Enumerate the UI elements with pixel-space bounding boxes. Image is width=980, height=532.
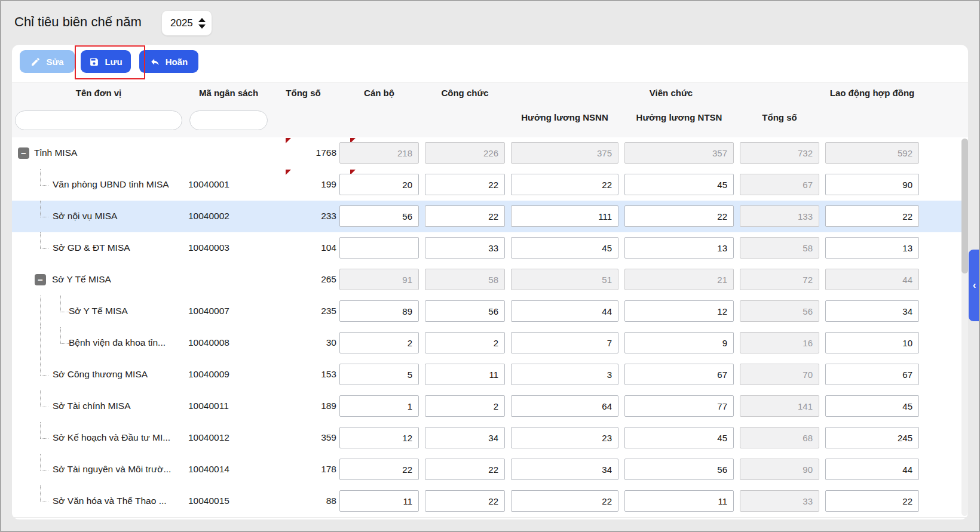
civil-servants-input[interactable]	[425, 205, 505, 227]
officials-input[interactable]	[339, 490, 419, 512]
salary-ntsn-input[interactable]	[624, 174, 734, 195]
officials-input[interactable]	[339, 459, 419, 480]
salary-nsnn-input[interactable]	[511, 490, 618, 512]
collapse-node-button[interactable]: −	[35, 274, 46, 285]
cancel-button[interactable]: Hoãn	[139, 50, 198, 73]
table-row[interactable]: Sở Tài chính MISA10040011189	[12, 390, 968, 423]
table-row[interactable]: Sở Tài nguyên và Môi trườ...10040014178	[12, 454, 968, 486]
table-row[interactable]: −Tỉnh MISA1768	[12, 137, 968, 170]
contract-labor-input[interactable]	[825, 237, 919, 259]
officials-input[interactable]	[339, 174, 419, 195]
year-spinner[interactable]	[161, 10, 212, 36]
officials-input[interactable]	[339, 300, 419, 322]
tree-branch-connector	[40, 422, 48, 439]
save-button[interactable]: Lưu	[81, 50, 131, 73]
pe-total-input	[740, 459, 819, 480]
cancel-button-label: Hoãn	[166, 57, 188, 67]
unit-name: Sở GD & ĐT MISA	[53, 242, 130, 253]
civil-servants-input	[425, 269, 505, 290]
officials-input[interactable]	[339, 364, 419, 385]
contract-labor-input[interactable]	[825, 300, 919, 322]
contract-labor-input[interactable]	[825, 332, 919, 353]
civil-servants-input[interactable]	[425, 174, 505, 195]
expand-side-panel-tab[interactable]: ‹	[969, 250, 980, 321]
officials-input[interactable]	[339, 427, 419, 448]
salary-nsnn-input[interactable]	[511, 364, 618, 385]
tree-branch-connector	[40, 201, 48, 217]
tree-branch-connector	[40, 169, 48, 186]
salary-nsnn-input	[511, 269, 618, 290]
total-value: 235	[272, 306, 336, 316]
salary-nsnn-input[interactable]	[511, 427, 618, 448]
contract-labor-input[interactable]	[825, 364, 919, 385]
table-row[interactable]: Sở Y Tế MISA10040007235	[12, 296, 968, 328]
spinner-up-icon[interactable]	[198, 18, 206, 22]
salary-ntsn-input[interactable]	[624, 364, 734, 385]
salary-ntsn-input[interactable]	[624, 395, 734, 417]
contract-labor-input	[825, 142, 919, 164]
salary-ntsn-input[interactable]	[624, 300, 734, 322]
pe-total-input	[740, 427, 819, 448]
budget-code-filter-input[interactable]	[189, 110, 268, 130]
salary-ntsn-input	[624, 142, 734, 164]
salary-ntsn-input[interactable]	[624, 459, 734, 480]
budget-code: 10040012	[188, 432, 269, 443]
total-value: 30	[272, 337, 336, 348]
vertical-scrollbar-track[interactable]	[961, 139, 968, 516]
salary-nsnn-input[interactable]	[511, 205, 618, 227]
salary-nsnn-input[interactable]	[511, 332, 618, 353]
contract-labor-input[interactable]	[825, 395, 919, 417]
table-row[interactable]: Sở Công thương MISA10040009153	[12, 359, 968, 391]
header-budget-code: Mã ngân sách	[188, 87, 269, 99]
table-row[interactable]: Sở nội vụ MISA10040002233	[12, 201, 968, 233]
total-value: 199	[272, 179, 336, 190]
year-input[interactable]	[169, 17, 201, 30]
salary-ntsn-input[interactable]	[624, 427, 734, 448]
salary-ntsn-input[interactable]	[624, 490, 734, 512]
civil-servants-input[interactable]	[425, 364, 505, 385]
tree-branch-connector	[40, 390, 48, 407]
contract-labor-input[interactable]	[825, 490, 919, 512]
civil-servants-input[interactable]	[425, 300, 505, 322]
pe-total-input	[740, 237, 819, 259]
pe-total-input	[740, 142, 819, 164]
spinner-down-icon[interactable]	[198, 24, 206, 29]
civil-servants-input[interactable]	[425, 427, 505, 448]
officials-input[interactable]	[339, 205, 419, 227]
contract-labor-input[interactable]	[825, 174, 919, 195]
officials-input[interactable]	[339, 332, 419, 353]
officials-input[interactable]	[339, 237, 419, 259]
budget-code: 10040009	[188, 369, 269, 380]
contract-labor-input[interactable]	[825, 459, 919, 480]
collapse-node-button[interactable]: −	[18, 147, 29, 159]
civil-servants-input[interactable]	[425, 459, 505, 480]
total-value: 233	[272, 211, 336, 222]
salary-nsnn-input[interactable]	[511, 300, 618, 322]
salary-ntsn-input[interactable]	[624, 332, 734, 353]
table-row[interactable]: −Sở Y Tế MISA265	[12, 264, 968, 296]
table-row[interactable]: Sở Văn hóa và Thể Thao ...1004001588	[12, 485, 968, 518]
table-row[interactable]: Văn phòng UBND tỉnh MISA10040001199	[12, 169, 968, 201]
table-row[interactable]: Sở GD & ĐT MISA10040003104	[12, 232, 968, 265]
year-spinner-arrows[interactable]	[198, 11, 206, 35]
unit-name-filter-input[interactable]	[15, 110, 182, 130]
contract-labor-input[interactable]	[825, 205, 919, 227]
salary-nsnn-input[interactable]	[511, 237, 618, 259]
civil-servants-input[interactable]	[425, 490, 505, 512]
salary-ntsn-input[interactable]	[624, 205, 734, 227]
total-value: 153	[272, 369, 336, 380]
salary-ntsn-input[interactable]	[624, 237, 734, 259]
salary-nsnn-input[interactable]	[511, 395, 618, 417]
salary-nsnn-input[interactable]	[511, 174, 618, 195]
table-row[interactable]: Bệnh viện đa khoa tỉn...1004000830	[12, 327, 968, 359]
civil-servants-input	[425, 142, 505, 164]
vertical-scrollbar-thumb[interactable]	[961, 139, 968, 273]
salary-nsnn-input[interactable]	[511, 459, 618, 480]
officials-input[interactable]	[339, 395, 419, 417]
save-icon	[89, 57, 99, 67]
table-row[interactable]: Sở Kế hoạch và Đầu tư MI...10040012359	[12, 422, 968, 454]
contract-labor-input[interactable]	[825, 427, 919, 448]
civil-servants-input[interactable]	[425, 332, 505, 353]
civil-servants-input[interactable]	[425, 237, 505, 259]
civil-servants-input[interactable]	[425, 395, 505, 417]
